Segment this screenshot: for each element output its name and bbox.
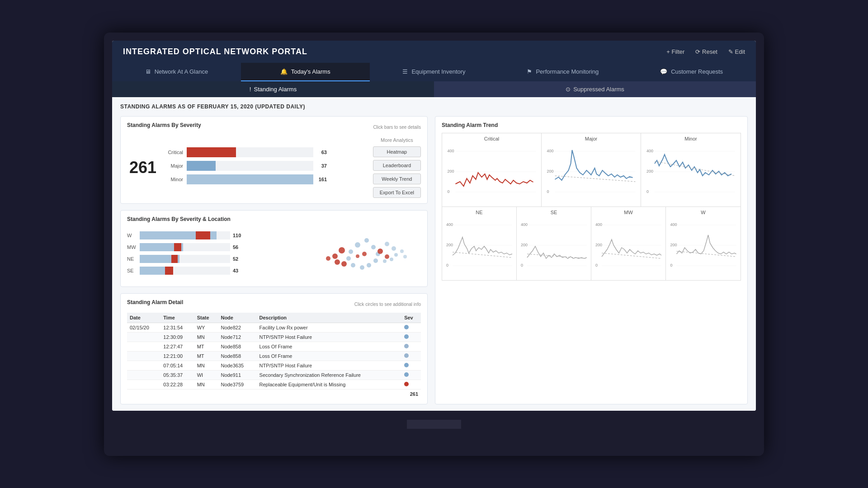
filter-button[interactable]: + Filter [666, 48, 684, 55]
major-bar-track: 37 [187, 161, 313, 171]
major-bar-fill [187, 161, 216, 171]
table-row[interactable]: 07:05:14 MN Node3635 NTP/SNTP Host Failu… [127, 361, 421, 370]
location-title: Standing Alarms By Severity & Location [127, 216, 231, 222]
mw-trend-cell: MW 400 200 0 [591, 207, 666, 280]
monitor-frame: INTEGRATED OPTICAL NETWORK PORTAL + Filt… [104, 33, 764, 456]
se-trend-label: SE [519, 210, 588, 215]
table-row[interactable]: 12:27:47 MT Node858 Loss Of Frame [127, 342, 421, 351]
mw-trend-label: MW [594, 210, 663, 215]
location-se-track [140, 267, 230, 275]
table-row[interactable]: 12:30:09 MN Node712 NTP/SNTP Host Failur… [127, 332, 421, 342]
cell-desc: Secondary Synchronization Reference Fail… [257, 370, 402, 380]
tab-network-at-a-glance[interactable]: 🖥 Network At A Glance [112, 63, 241, 81]
location-ne-critical [171, 255, 178, 263]
tab-customer-requests[interactable]: 💬 Customer Requests [627, 63, 756, 81]
w-trend-label: W [669, 210, 738, 215]
location-w-critical [196, 231, 210, 239]
cell-sev [401, 332, 421, 342]
svg-text:400: 400 [448, 149, 454, 153]
severity-section: Standing Alarms By Severity Click bars t… [120, 116, 428, 204]
location-ne-row[interactable]: NE 52 [127, 255, 299, 263]
table-row[interactable]: 03:22:28 MN Node3759 Replaceable Equipme… [127, 380, 421, 389]
severity-title: Standing Alarms By Severity [127, 122, 201, 128]
svg-text:400: 400 [521, 222, 528, 227]
svg-point-12 [394, 253, 398, 257]
monitor-screen: INTEGRATED OPTICAL NETWORK PORTAL + Filt… [112, 41, 756, 411]
location-mw-critical [174, 243, 181, 251]
edit-button[interactable]: ✎ Edit [728, 48, 745, 55]
major-bar-row[interactable]: Major 37 [163, 161, 367, 171]
export-excel-button[interactable]: Export To Excel [373, 187, 421, 198]
location-ne-track [140, 255, 230, 263]
cell-sev [401, 351, 421, 361]
list-icon: ☰ [402, 68, 408, 75]
location-section: Standing Alarms By Severity & Location W [120, 210, 428, 287]
svg-point-0 [355, 242, 360, 248]
standing-alarms-header: STANDING ALARMS AS OF FEBRUARY 15, 2020 … [120, 103, 748, 110]
svg-point-21 [326, 256, 330, 261]
sub-tab-standing-alarms[interactable]: ! Standing Alarms [112, 81, 434, 97]
critical-bar-row[interactable]: Critical 63 [163, 147, 367, 157]
sev-indicator [404, 382, 409, 386]
total-alarm-count: 261 [127, 158, 159, 177]
heatmap-button[interactable]: Heatmap [373, 146, 421, 157]
svg-text:0: 0 [521, 263, 523, 267]
svg-point-20 [341, 261, 347, 267]
location-w-row[interactable]: W 110 [127, 231, 299, 239]
col-time: Time [160, 313, 194, 323]
minor-label: Minor [163, 177, 187, 182]
weekly-trend-button[interactable]: Weekly Trend [373, 174, 421, 184]
location-se-critical [165, 267, 173, 275]
main-content: STANDING ALARMS AS OF FEBRUARY 15, 2020 … [112, 97, 756, 411]
tab-equipment-inventory[interactable]: ☰ Equipment Inventory [370, 63, 499, 81]
svg-point-13 [390, 258, 393, 261]
reset-button[interactable]: ⟳ Reset [695, 48, 717, 55]
table-row[interactable]: 05:35:37 WI Node911 Secondary Synchroniz… [127, 370, 421, 380]
location-se-row[interactable]: SE 43 [127, 267, 299, 275]
monitor-stand [112, 411, 756, 429]
svg-text:400: 400 [670, 222, 677, 227]
minor-bar-row[interactable]: Minor 161 [163, 174, 367, 184]
svg-text:0: 0 [446, 263, 448, 267]
location-bars-area: W 110 MW [127, 231, 421, 281]
svg-point-24 [362, 252, 367, 256]
chat-icon: 💬 [660, 68, 667, 75]
leaderboard-button[interactable]: Leaderboard [373, 160, 421, 171]
location-bars: W 110 MW [127, 231, 299, 281]
tab-todays-alarms[interactable]: 🔔 Today's Alarms [241, 63, 370, 81]
location-mw-row[interactable]: MW 56 [127, 243, 299, 251]
cell-time: 07:05:14 [160, 361, 194, 370]
tab-performance-monitoring[interactable]: ⚑ Performance Monitoring [498, 63, 627, 81]
svg-point-5 [367, 263, 371, 267]
sev-indicator [404, 353, 409, 358]
minor-trend-cell: Minor 400 200 0 [641, 133, 741, 206]
major-bar-value: 37 [321, 163, 327, 169]
table-row[interactable]: 02/15/20 12:31:54 WY Node822 Facility Lo… [127, 323, 421, 332]
svg-text:0: 0 [670, 263, 673, 267]
cell-node: Node712 [218, 332, 256, 342]
svg-point-6 [360, 265, 364, 270]
minor-bar-value: 161 [319, 177, 327, 182]
cell-date [127, 380, 160, 389]
left-panel: Standing Alarms By Severity Click bars t… [120, 116, 428, 404]
critical-bar-track: 63 [187, 147, 313, 157]
table-row[interactable]: 12:21:00 MT Node858 Loss Of Frame [127, 351, 421, 361]
cell-desc: NTP/SNTP Host Failure [257, 332, 402, 342]
svg-text:0: 0 [547, 189, 549, 194]
detail-click-hint: Click circles to see additional info [354, 302, 421, 307]
svg-text:200: 200 [547, 169, 554, 174]
mw-trend-chart: 400 200 0 [594, 217, 663, 276]
scatter-svg [303, 231, 421, 281]
critical-trend-label: Critical [445, 136, 538, 141]
svg-line-66 [602, 253, 661, 258]
sub-tab-suppressed-alarms[interactable]: ⊙ Suppressed Alarms [434, 81, 756, 97]
cell-state: WY [194, 323, 218, 332]
cell-time: 05:35:37 [160, 370, 194, 380]
trend-card: Standing Alarm Trend Critical 400 200 [435, 116, 748, 404]
svg-text:400: 400 [646, 149, 653, 153]
cell-node: Node822 [218, 323, 256, 332]
col-description: Description [257, 313, 402, 323]
svg-text:400: 400 [595, 222, 602, 227]
svg-point-2 [371, 245, 376, 249]
cell-state: MT [194, 342, 218, 351]
